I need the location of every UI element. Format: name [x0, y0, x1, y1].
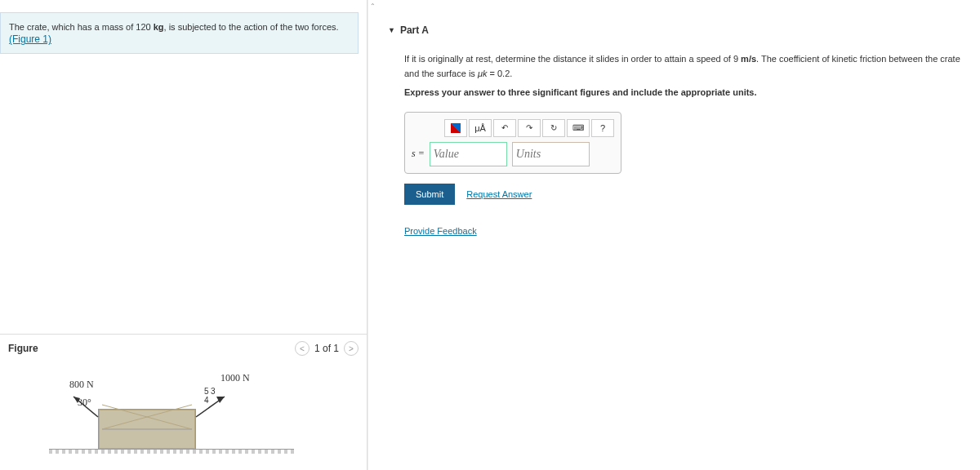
reset-button[interactable]: ↻ — [542, 119, 565, 137]
format-icon — [451, 123, 461, 133]
problem-text-2: , is subjected to the action of the two … — [164, 22, 339, 32]
speed-unit: m/s — [741, 54, 756, 64]
problem-statement: The crate, which has a mass of 120 kg, i… — [0, 12, 359, 54]
figure-pager: 1 of 1 — [314, 343, 339, 354]
question-text-3: = 0.2. — [487, 69, 512, 78]
scroll-up-icon[interactable]: ⌃ — [368, 0, 376, 11]
instruction-text: Express your answer to three significant… — [404, 86, 968, 100]
units-symbol-button[interactable]: μÅ — [469, 119, 492, 137]
part-header[interactable]: ▼ Part A — [388, 16, 968, 44]
format-button[interactable] — [444, 119, 467, 137]
submit-button[interactable]: Submit — [404, 184, 455, 205]
question-text-1: If it is originally at rest, determine t… — [404, 54, 741, 64]
figure-title: Figure — [8, 343, 38, 354]
keyboard-button[interactable]: ⌨ — [567, 119, 590, 137]
mass-unit: kg — [154, 22, 164, 32]
muk-symbol: μk — [478, 69, 488, 78]
part-title: Part A — [400, 24, 429, 36]
figure-next-button[interactable]: > — [344, 341, 359, 356]
variable-label: s = — [412, 148, 425, 160]
provide-feedback-link[interactable]: Provide Feedback — [404, 226, 477, 236]
problem-text-1: The crate, which has a mass of 120 — [9, 22, 154, 32]
value-input[interactable] — [430, 142, 507, 166]
request-answer-link[interactable]: Request Answer — [466, 189, 532, 199]
figure-link[interactable]: (Figure 1) — [9, 33, 51, 45]
figure-prev-button[interactable]: < — [295, 341, 310, 356]
undo-button[interactable]: ↶ — [493, 119, 516, 137]
units-input[interactable] — [512, 142, 590, 166]
help-button[interactable]: ? — [591, 119, 614, 137]
redo-button[interactable]: ↷ — [518, 119, 541, 137]
svg-marker-1 — [74, 397, 80, 403]
figure-image: 800 N 30° 1000 N 5 34 — [0, 356, 367, 470]
chevron-down-icon: ▼ — [388, 26, 395, 34]
